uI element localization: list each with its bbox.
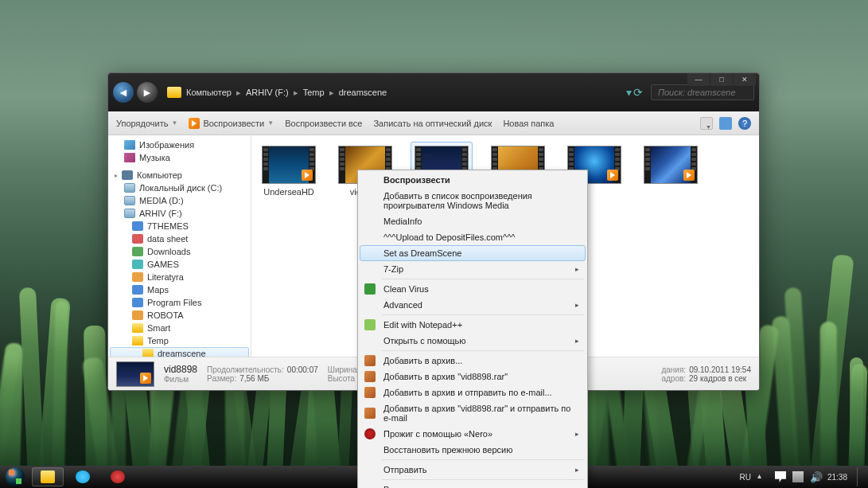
cm-depositfiles[interactable]: ^^^Upload to DepositFiles.com^^^ (360, 229, 586, 245)
maximize-button[interactable]: □ (710, 73, 733, 86)
video-thumbnail (262, 146, 316, 184)
history-dropdown[interactable]: ▾ (626, 86, 632, 99)
play-button[interactable]: Воспроизвести ▼ (189, 118, 274, 129)
view-options-button[interactable]: ▼ (700, 117, 713, 130)
winrar-icon (364, 371, 376, 382)
folder-icon (167, 87, 181, 98)
folder-icon (132, 234, 143, 244)
winrar-icon (364, 408, 376, 419)
cm-play[interactable]: Воспроизвести (360, 172, 586, 188)
cm-addemail[interactable]: Добавить в архив и отправить по e-mail..… (360, 385, 586, 400)
breadcrumb-item[interactable]: Temp (300, 86, 328, 99)
folder-icon (132, 323, 143, 333)
cm-advanced[interactable]: Advanced▸ (360, 297, 586, 313)
folder-icon (132, 247, 143, 256)
sidebar-item-smart[interactable]: Smart (108, 322, 251, 334)
sidebar-item-datasheet[interactable]: data sheet (108, 232, 251, 245)
organize-button[interactable]: Упорядочить ▼ (116, 119, 177, 128)
sidebar-item-arhiv-f[interactable]: ARHIV (F:) (108, 207, 251, 220)
cm-openwith[interactable]: Открыть с помощью▸ (360, 333, 586, 349)
refresh-button[interactable]: ⟳ (633, 86, 643, 99)
context-menu: Воспроизвести Добавить в список воспроиз… (357, 170, 588, 488)
breadcrumb-item[interactable]: ARHIV (F:) (243, 86, 292, 99)
play-overlay-icon (683, 170, 695, 181)
sidebar-item-literatura[interactable]: Literatyra (108, 271, 251, 283)
search-input[interactable] (651, 84, 754, 100)
taskbar-item-opera[interactable] (102, 467, 134, 486)
cm-cut[interactable]: Вырезать (360, 482, 586, 488)
cm-restore[interactable]: Восстановить прежнюю версию (360, 442, 586, 458)
action-center-icon[interactable] (775, 471, 786, 482)
folder-icon (132, 336, 143, 346)
opera-icon (111, 470, 125, 483)
cm-cleanvirus[interactable]: Clean Virus (360, 281, 586, 297)
language-indicator[interactable]: RU (740, 473, 751, 482)
computer-icon (122, 170, 133, 180)
tray-arrow-icon[interactable]: ▴ (757, 471, 769, 482)
clock[interactable]: 21:38 (827, 473, 847, 482)
sidebar-item-images[interactable]: Изображения (108, 139, 251, 151)
sidebar-item-programfiles[interactable]: Program Files (108, 296, 251, 309)
close-button[interactable]: ✕ (734, 73, 756, 86)
sidebar-item-downloads[interactable]: Downloads (108, 245, 251, 258)
show-desktop-button[interactable] (857, 467, 863, 486)
file-thumbnail[interactable] (640, 142, 702, 191)
system-tray: RU ▴ 🔊 21:38 (740, 467, 866, 486)
file-label: UnderseaHD (263, 187, 314, 197)
breadcrumb-item[interactable]: Компьютер (183, 86, 235, 99)
sidebar-item-temp[interactable]: Temp (108, 334, 251, 347)
cm-addraremail[interactable]: Добавить в архив "vid8898.rar" и отправи… (360, 400, 586, 426)
shield-icon (364, 283, 376, 295)
sidebar-item-robota[interactable]: ROBOTA (108, 309, 251, 322)
start-button[interactable] (2, 466, 29, 488)
sidebar-item-media-d[interactable]: MEDIA (D:) (108, 194, 251, 207)
taskbar-item-explorer[interactable] (32, 467, 64, 486)
volume-icon[interactable]: 🔊 (810, 471, 821, 482)
folder-icon (132, 260, 143, 269)
breadcrumb-item[interactable]: dreamscene (336, 86, 391, 99)
cm-nero[interactable]: Прожиг с помощью «Nero»▸ (360, 426, 586, 442)
breadcrumb[interactable]: Компьютер▸ ARHIV (F:)▸ Temp▸ dreamscene (167, 86, 623, 99)
drive-icon (124, 209, 135, 218)
taskbar-item-skype[interactable] (67, 467, 99, 486)
play-overlay-icon (302, 170, 313, 181)
nero-icon (364, 428, 376, 439)
cm-addarchive[interactable]: Добавить в архив... (360, 353, 586, 369)
drive-icon (124, 183, 135, 193)
play-overlay-icon (607, 170, 618, 181)
file-thumbnail[interactable]: UnderseaHD (258, 142, 320, 201)
cm-addrar[interactable]: Добавить в архив "vid8898.rar" (360, 369, 586, 385)
minimize-button[interactable]: — (687, 73, 710, 86)
sidebar-item-7themes[interactable]: 7THEMES (108, 220, 251, 232)
sidebar-item-games[interactable]: GAMES (108, 258, 251, 271)
help-button[interactable]: ? (738, 117, 751, 130)
cm-mediainfo[interactable]: MediaInfo (360, 213, 586, 229)
sidebar-item-dreamscene[interactable]: dreamscene (110, 347, 249, 357)
forward-button[interactable]: ► (137, 82, 158, 103)
play-all-button[interactable]: Воспроизвести все (285, 119, 362, 128)
network-icon[interactable] (792, 471, 804, 482)
play-overlay-icon (140, 373, 151, 384)
navigation-sidebar: Изображения Музыка ▸ Компьютер Локальный… (108, 135, 251, 357)
windows-orb-icon (6, 467, 25, 486)
burn-button[interactable]: Записать на оптический диск (373, 119, 492, 128)
cm-notepadpp[interactable]: Edit with Notepad++ (360, 317, 586, 333)
cm-sendto[interactable]: Отправить▸ (360, 462, 586, 478)
cm-set-dreamscene[interactable]: Set as DreamScene (360, 245, 586, 261)
sidebar-item-computer[interactable]: ▸ Компьютер (108, 169, 251, 182)
details-filename: vid8898 (164, 364, 197, 375)
cm-7zip[interactable]: 7-Zip▸ (360, 261, 586, 277)
cm-add-wmp[interactable]: Добавить в список воспроизведения проигр… (360, 188, 586, 213)
notepad-icon (364, 319, 376, 330)
new-folder-button[interactable]: Новая папка (503, 119, 554, 128)
play-icon (189, 118, 200, 129)
preview-pane-button[interactable] (719, 117, 732, 130)
sidebar-item-local-c[interactable]: Локальный диск (C:) (108, 182, 251, 194)
sidebar-item-music[interactable]: Музыка (108, 151, 251, 164)
folder-icon (132, 298, 143, 307)
skype-icon (76, 470, 90, 483)
titlebar: ◄ ► Компьютер▸ ARHIV (F:)▸ Temp▸ dreamsc… (108, 73, 759, 111)
details-thumbnail (116, 361, 154, 387)
back-button[interactable]: ◄ (113, 82, 134, 103)
sidebar-item-maps[interactable]: Maps (108, 283, 251, 296)
